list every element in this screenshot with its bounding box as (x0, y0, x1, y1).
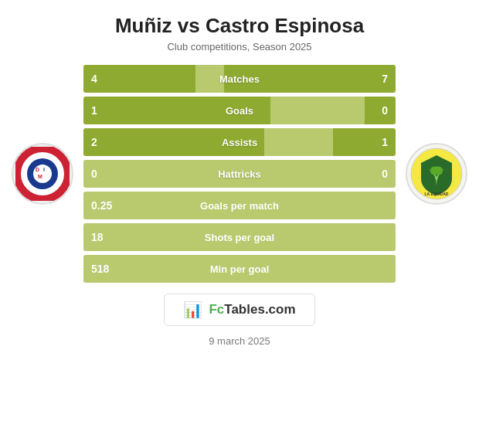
left-logo-circle: D I M (12, 143, 73, 205)
footer-date: 9 march 2025 (209, 335, 270, 347)
main-content: D I M 4Matches71Goals02Assists10Hattrick… (0, 57, 479, 283)
stat-row: 518Min per goal (83, 255, 396, 283)
stat-single-value: 18 (91, 231, 104, 243)
stat-row: 0.25Goals per match (83, 192, 396, 219)
page-title: Muñiz vs Castro Espinosa (115, 14, 364, 38)
stat-right-value: 0 (382, 104, 388, 117)
stat-bar: 4Matches7 (83, 65, 396, 93)
stat-label: Hattricks (218, 168, 261, 180)
stat-label: Matches (219, 73, 260, 85)
right-team-logo: LA EQUIDAD (402, 143, 471, 205)
svg-text:I: I (43, 167, 45, 172)
stat-label: Goals (226, 105, 253, 117)
stat-bar: 1Goals0 (83, 97, 396, 124)
stat-left-value: 1 (91, 104, 97, 117)
page-subtitle: Club competitions, Season 2025 (115, 41, 364, 53)
svg-text:LA EQUIDAD: LA EQUIDAD (425, 192, 449, 196)
stat-single-label: Goals per match (200, 200, 279, 212)
stat-single-label: Shots per goal (205, 232, 274, 243)
stat-single-bar: 0.25Goals per match (83, 192, 396, 219)
stat-left-value: 4 (91, 73, 97, 85)
svg-text:D: D (36, 167, 39, 172)
right-logo-circle: LA EQUIDAD (406, 143, 467, 205)
equidad-logo-svg: LA EQUIDAD (410, 148, 463, 200)
stat-right-value: 7 (382, 73, 388, 85)
dim-logo-svg: D I M (15, 147, 70, 201)
fctables-banner[interactable]: 📊 FcTables.com (164, 294, 314, 326)
stat-single-value: 0.25 (91, 199, 112, 212)
stat-right-value: 1 (382, 136, 388, 148)
stat-label: Assists (222, 137, 257, 148)
stat-single-bar: 18Shots per goal (83, 223, 396, 251)
stat-row: 1Goals0 (83, 97, 396, 124)
fctables-label: FcTables.com (209, 302, 295, 317)
left-team-logo: D I M (8, 143, 77, 205)
fctables-icon: 📊 (183, 300, 202, 319)
page-header: Muñiz vs Castro Espinosa Club competitio… (107, 0, 372, 57)
stat-bar: 0Hattricks0 (83, 160, 396, 188)
stat-row: 0Hattricks0 (83, 160, 396, 188)
stat-left-value: 2 (91, 136, 97, 148)
stats-column: 4Matches71Goals02Assists10Hattricks00.25… (77, 65, 402, 283)
stat-right-value: 0 (382, 168, 388, 180)
stat-single-bar: 518Min per goal (83, 255, 396, 283)
stat-bar: 2Assists1 (83, 128, 396, 156)
stat-left-value: 0 (91, 168, 97, 180)
stat-row: 4Matches7 (83, 65, 396, 93)
stat-row: 2Assists1 (83, 128, 396, 156)
stat-single-value: 518 (91, 263, 109, 275)
svg-text:M: M (38, 174, 42, 179)
stat-row: 18Shots per goal (83, 223, 396, 251)
stat-single-label: Min per goal (210, 263, 270, 275)
